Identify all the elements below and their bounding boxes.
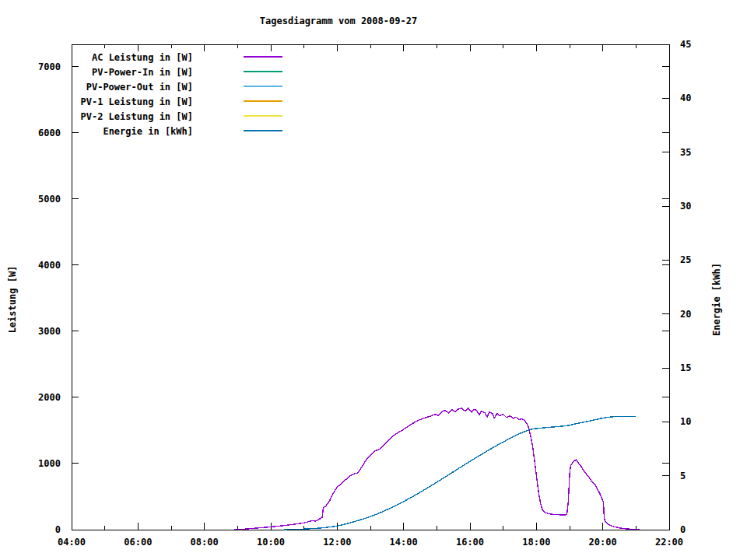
y-left-tick-label: 0 — [0, 525, 61, 534]
legend-label: PV-1 Leistung in [W] — [65, 96, 193, 107]
series-curve-0 — [234, 408, 640, 530]
x-tick-label: 06:00 — [124, 537, 152, 547]
x-tick-label: 16:00 — [456, 537, 484, 547]
x-tick-label: 22:00 — [655, 537, 683, 547]
y-right-tick-label: 5 — [680, 471, 686, 481]
y-left-tick-label: 7000 — [0, 62, 61, 72]
legend-label: Energie in [kWh] — [65, 126, 193, 137]
y-right-tick-label: 20 — [680, 310, 691, 319]
x-tick-label: 20:00 — [589, 537, 617, 547]
y-right-tick-label: 0 — [680, 525, 686, 534]
y-right-tick-label: 45 — [680, 40, 691, 49]
y-right-axis-label: Energie [kWh] — [711, 263, 722, 336]
y-left-tick-label: 4000 — [0, 261, 61, 270]
legend-line-sample — [244, 56, 282, 58]
legend-label: PV-Power-In in [W] — [65, 67, 193, 78]
x-tick-label: 14:00 — [390, 537, 418, 547]
y-right-tick-label: 15 — [680, 363, 691, 373]
y-right-tick-label: 40 — [680, 93, 691, 103]
y-left-tick-label: 6000 — [0, 128, 61, 138]
y-right-tick-label: 35 — [680, 148, 691, 157]
legend-line-sample — [244, 115, 282, 117]
y-left-tick-label: 5000 — [0, 194, 61, 204]
series-curve-5 — [284, 416, 636, 530]
x-tick-label: 08:00 — [191, 537, 219, 547]
y-left-tick-label: 2000 — [0, 393, 61, 402]
legend-line-sample — [244, 86, 282, 87]
daily-pv-chart: Tagesdiagramm vom 2008-09-27 Leistung [W… — [0, 0, 747, 560]
x-tick-label: 12:00 — [323, 537, 351, 547]
y-right-tick-label: 25 — [680, 255, 691, 264]
legend-label: PV-2 Leistung in [W] — [65, 111, 193, 122]
x-tick-label: 18:00 — [522, 537, 550, 547]
legend-line-sample — [244, 71, 282, 72]
y-right-tick-label: 10 — [680, 417, 691, 426]
legend-label: PV-Power-Out in [W] — [65, 82, 193, 93]
x-tick-label: 10:00 — [257, 537, 285, 547]
x-tick-label: 04:00 — [58, 537, 86, 547]
legend-label: AC Leistung in [W] — [65, 52, 193, 63]
y-left-tick-label: 1000 — [0, 459, 61, 468]
y-right-tick-label: 30 — [680, 201, 691, 211]
legend-line-sample — [244, 130, 282, 131]
legend-line-sample — [244, 100, 282, 102]
y-left-tick-label: 3000 — [0, 327, 61, 336]
y-left-axis-label: Leistung [W] — [7, 266, 18, 334]
